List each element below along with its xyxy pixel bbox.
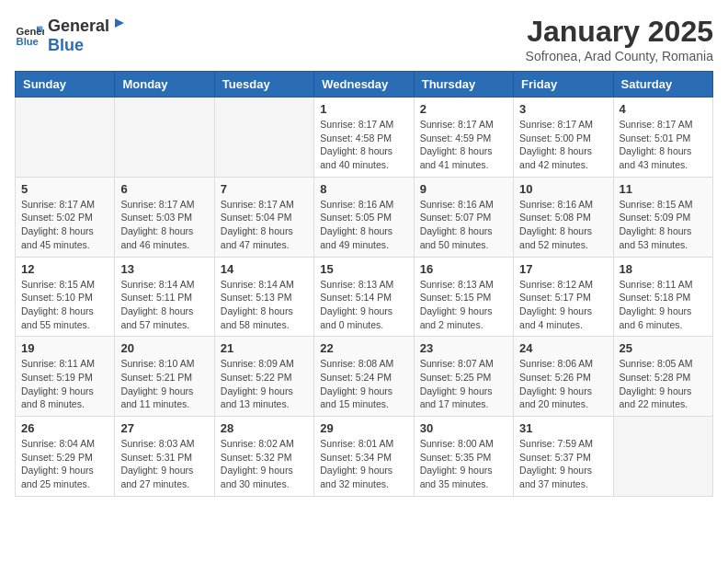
calendar-week-row: 12Sunrise: 8:15 AMSunset: 5:10 PMDayligh… — [16, 257, 713, 337]
calendar-cell: 2Sunrise: 8:17 AMSunset: 4:59 PMDaylight… — [414, 98, 513, 178]
day-number: 31 — [519, 421, 607, 435]
logo-icon: General Blue — [15, 20, 44, 50]
calendar-cell: 4Sunrise: 8:17 AMSunset: 5:01 PMDaylight… — [613, 98, 712, 178]
logo-arrow-icon — [111, 15, 128, 31]
calendar-cell: 5Sunrise: 8:17 AMSunset: 5:02 PMDaylight… — [16, 177, 115, 257]
calendar-cell — [214, 98, 313, 178]
day-info: Sunrise: 8:13 AMSunset: 5:14 PMDaylight:… — [320, 278, 407, 332]
day-number: 14 — [221, 262, 308, 276]
day-number: 24 — [519, 341, 607, 355]
day-info: Sunrise: 8:14 AMSunset: 5:13 PMDaylight:… — [221, 278, 308, 332]
day-info: Sunrise: 8:17 AMSunset: 4:58 PMDaylight:… — [320, 118, 407, 172]
calendar-cell: 21Sunrise: 8:09 AMSunset: 5:22 PMDayligh… — [214, 337, 313, 417]
calendar-cell: 12Sunrise: 8:15 AMSunset: 5:10 PMDayligh… — [16, 257, 115, 337]
logo-blue: Blue — [48, 36, 128, 55]
day-info: Sunrise: 8:00 AMSunset: 5:35 PMDaylight:… — [420, 437, 507, 491]
day-number: 12 — [21, 262, 108, 276]
calendar-cell: 20Sunrise: 8:10 AMSunset: 5:21 PMDayligh… — [115, 337, 214, 417]
calendar-cell: 22Sunrise: 8:08 AMSunset: 5:24 PMDayligh… — [314, 337, 414, 417]
day-number: 10 — [519, 182, 607, 196]
calendar-cell: 31Sunrise: 7:59 AMSunset: 5:37 PMDayligh… — [514, 417, 613, 497]
day-info: Sunrise: 8:10 AMSunset: 5:21 PMDaylight:… — [120, 357, 208, 411]
weekday-header-tuesday: Tuesday — [214, 72, 313, 98]
svg-marker-4 — [115, 18, 124, 28]
calendar-cell: 30Sunrise: 8:00 AMSunset: 5:35 PMDayligh… — [414, 417, 513, 497]
day-info: Sunrise: 8:15 AMSunset: 5:09 PMDaylight:… — [620, 198, 707, 252]
calendar-cell: 25Sunrise: 8:05 AMSunset: 5:28 PMDayligh… — [613, 337, 712, 417]
day-number: 3 — [519, 102, 607, 116]
day-number: 21 — [221, 341, 308, 355]
calendar-cell: 26Sunrise: 8:04 AMSunset: 5:29 PMDayligh… — [16, 417, 115, 497]
calendar-cell: 11Sunrise: 8:15 AMSunset: 5:09 PMDayligh… — [613, 177, 712, 257]
weekday-header-friday: Friday — [514, 72, 613, 98]
day-number: 2 — [420, 102, 507, 116]
logo: General Blue General Blue — [15, 15, 128, 55]
calendar-cell: 27Sunrise: 8:03 AMSunset: 5:31 PMDayligh… — [115, 417, 214, 497]
calendar-cell — [16, 98, 115, 178]
day-info: Sunrise: 8:17 AMSunset: 5:02 PMDaylight:… — [21, 198, 108, 252]
day-number: 27 — [120, 421, 208, 435]
title-section: January 2025 Sofronea, Arad County, Roma… — [526, 15, 713, 63]
weekday-header-row: SundayMondayTuesdayWednesdayThursdayFrid… — [16, 72, 713, 98]
day-number: 9 — [420, 182, 507, 196]
day-info: Sunrise: 8:04 AMSunset: 5:29 PMDaylight:… — [21, 437, 108, 491]
day-info: Sunrise: 8:02 AMSunset: 5:32 PMDaylight:… — [221, 437, 308, 491]
day-info: Sunrise: 8:07 AMSunset: 5:25 PMDaylight:… — [420, 357, 507, 411]
day-number: 18 — [620, 262, 707, 276]
day-number: 16 — [420, 262, 507, 276]
day-info: Sunrise: 8:17 AMSunset: 5:03 PMDaylight:… — [120, 198, 208, 252]
day-number: 4 — [620, 102, 707, 116]
day-number: 22 — [320, 341, 407, 355]
day-number: 26 — [21, 421, 108, 435]
day-info: Sunrise: 8:17 AMSunset: 5:00 PMDaylight:… — [519, 118, 607, 172]
day-number: 1 — [320, 102, 407, 116]
calendar-cell: 15Sunrise: 8:13 AMSunset: 5:14 PMDayligh… — [314, 257, 414, 337]
page-header: General Blue General Blue January 2025 S… — [15, 15, 713, 63]
calendar-cell: 14Sunrise: 8:14 AMSunset: 5:13 PMDayligh… — [214, 257, 313, 337]
svg-text:Blue: Blue — [17, 36, 39, 47]
day-info: Sunrise: 8:05 AMSunset: 5:28 PMDaylight:… — [620, 357, 707, 411]
calendar-cell: 1Sunrise: 8:17 AMSunset: 4:58 PMDaylight… — [314, 98, 414, 178]
day-number: 5 — [21, 182, 108, 196]
day-info: Sunrise: 8:15 AMSunset: 5:10 PMDaylight:… — [21, 278, 108, 332]
calendar-cell: 29Sunrise: 8:01 AMSunset: 5:34 PMDayligh… — [314, 417, 414, 497]
day-number: 20 — [120, 341, 208, 355]
calendar-cell: 28Sunrise: 8:02 AMSunset: 5:32 PMDayligh… — [214, 417, 313, 497]
day-number: 29 — [320, 421, 407, 435]
calendar-title: January 2025 — [526, 15, 713, 49]
day-number: 8 — [320, 182, 407, 196]
weekday-header-thursday: Thursday — [414, 72, 513, 98]
calendar-cell: 8Sunrise: 8:16 AMSunset: 5:05 PMDaylight… — [314, 177, 414, 257]
calendar-table: SundayMondayTuesdayWednesdayThursdayFrid… — [15, 71, 713, 497]
calendar-cell — [115, 98, 214, 178]
day-info: Sunrise: 8:17 AMSunset: 5:01 PMDaylight:… — [620, 118, 707, 172]
day-info: Sunrise: 8:17 AMSunset: 5:04 PMDaylight:… — [221, 198, 308, 252]
weekday-header-monday: Monday — [115, 72, 214, 98]
day-number: 7 — [221, 182, 308, 196]
calendar-cell: 18Sunrise: 8:11 AMSunset: 5:18 PMDayligh… — [613, 257, 712, 337]
day-info: Sunrise: 8:13 AMSunset: 5:15 PMDaylight:… — [420, 278, 507, 332]
day-info: Sunrise: 8:12 AMSunset: 5:17 PMDaylight:… — [519, 278, 607, 332]
day-number: 17 — [519, 262, 607, 276]
day-number: 28 — [221, 421, 308, 435]
day-info: Sunrise: 8:06 AMSunset: 5:26 PMDaylight:… — [519, 357, 607, 411]
calendar-week-row: 26Sunrise: 8:04 AMSunset: 5:29 PMDayligh… — [16, 417, 713, 497]
calendar-week-row: 19Sunrise: 8:11 AMSunset: 5:19 PMDayligh… — [16, 337, 713, 417]
weekday-header-wednesday: Wednesday — [314, 72, 414, 98]
day-info: Sunrise: 8:16 AMSunset: 5:05 PMDaylight:… — [320, 198, 407, 252]
calendar-week-row: 1Sunrise: 8:17 AMSunset: 4:58 PMDaylight… — [16, 98, 713, 178]
calendar-cell — [613, 417, 712, 497]
calendar-cell: 19Sunrise: 8:11 AMSunset: 5:19 PMDayligh… — [16, 337, 115, 417]
calendar-cell: 24Sunrise: 8:06 AMSunset: 5:26 PMDayligh… — [514, 337, 613, 417]
logo-general: General — [48, 17, 109, 36]
calendar-subtitle: Sofronea, Arad County, Romania — [526, 49, 713, 63]
day-info: Sunrise: 8:11 AMSunset: 5:18 PMDaylight:… — [620, 278, 707, 332]
day-info: Sunrise: 8:09 AMSunset: 5:22 PMDaylight:… — [221, 357, 308, 411]
day-number: 19 — [21, 341, 108, 355]
day-info: Sunrise: 8:16 AMSunset: 5:08 PMDaylight:… — [519, 198, 607, 252]
day-number: 13 — [120, 262, 208, 276]
day-number: 30 — [420, 421, 507, 435]
weekday-header-sunday: Sunday — [16, 72, 115, 98]
calendar-cell: 23Sunrise: 8:07 AMSunset: 5:25 PMDayligh… — [414, 337, 513, 417]
day-info: Sunrise: 8:03 AMSunset: 5:31 PMDaylight:… — [120, 437, 208, 491]
